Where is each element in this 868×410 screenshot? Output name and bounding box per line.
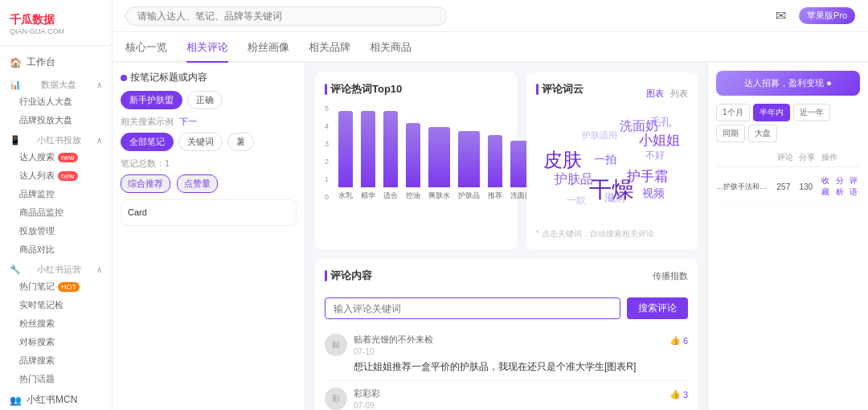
time-btn-1year[interactable]: 近一年 <box>793 104 830 121</box>
bar-label: 适合 <box>383 191 398 201</box>
word-item[interactable]: 护肤品 <box>555 173 593 186</box>
sidebar-item-kol-search[interactable]: 达人搜索 new <box>0 148 112 166</box>
keyword-filter-btn[interactable]: 关键词 <box>178 133 223 151</box>
sidebar-group-play[interactable]: 📱 小红书投放 ∧ <box>0 129 112 148</box>
next-label[interactable]: 下一 <box>179 117 197 126</box>
sidebar-group-ops[interactable]: 🔧 小红书运营 ∧ <box>0 259 112 277</box>
right-banner[interactable]: 达人招募，盈利变现 ● <box>716 71 860 96</box>
word-item[interactable]: 滋润 <box>604 192 625 203</box>
wordcloud-hint: * 点击关键词，自动搜索相关评论 <box>536 228 688 240</box>
bar-fill <box>338 111 353 187</box>
comment-user-0: 贴着光馒的不外来检 <box>354 334 433 346</box>
time-filter-row: 1个月 半年内 近一年 同期 大盘 <box>716 104 860 142</box>
word-item[interactable]: 毛孔 <box>650 117 671 127</box>
sidebar-item-competitor[interactable]: 商品对比 <box>0 240 112 259</box>
time-btn-halfyear[interactable]: 半年内 <box>753 104 790 121</box>
sidebar-item-realtime[interactable]: 实时笔记检 <box>0 296 112 314</box>
bar-item[interactable]: 推荐 <box>488 105 502 201</box>
bar-item[interactable]: 护肤品 <box>458 105 480 201</box>
action-analyze[interactable]: 分析 <box>836 175 846 198</box>
bar-item[interactable]: 控油 <box>406 105 420 201</box>
sidebar-item-industry-kol[interactable]: 行业达人大盘 <box>0 92 112 111</box>
tab-fans[interactable]: 粉丝画像 <box>248 32 289 63</box>
chart-area: 5 4 3 2 1 0 水乳精华适合控油爽肤水护肤品推荐洗面奶小睫油皮 <box>325 105 507 201</box>
vip-button[interactable]: 苹果版Pro <box>799 7 855 24</box>
filter-header: 按笔记标题或内容 <box>121 71 297 84</box>
bar-fill <box>488 135 502 187</box>
tab-core[interactable]: 核心一览 <box>125 32 167 63</box>
sidebar-item-brand-monitor[interactable]: 品牌监控 <box>0 185 112 203</box>
all-filter-btn[interactable]: 全部笔记 <box>121 133 174 151</box>
word-item[interactable]: 一款 <box>567 195 586 205</box>
toggle-chart[interactable]: 图表 <box>646 88 664 100</box>
tab-comment[interactable]: 相关评论 <box>186 32 228 63</box>
tab-goods[interactable]: 相关商品 <box>370 32 411 63</box>
word-item[interactable]: 小姐姐 <box>639 133 680 147</box>
comment-search-input[interactable] <box>325 297 620 319</box>
search-bar[interactable] <box>125 6 447 26</box>
table-row-0: …护肤手法和护肤产品1.0优质护肤品有效…全国 257 130 收藏 分析 评语 <box>716 170 860 203</box>
hot-badge: HOT <box>58 282 80 292</box>
sidebar-item-workspace[interactable]: 🏠 工作台 <box>0 51 112 74</box>
sidebar: 千瓜数据 QIAN-GUA.COM 🏠 工作台 📊 数据大盘 ∧ 行业达人大盘 … <box>0 0 113 410</box>
comment-item-0: 贴 贴着光馒的不外来检 👍 6 07-10 想让姐姐推荐一盒平价的护肤品，我现在… <box>325 327 688 381</box>
like-count-1: 3 <box>683 390 688 400</box>
tab-brand[interactable]: 相关品牌 <box>309 32 350 63</box>
sidebar-group-data[interactable]: 📊 数据大盘 ∧ <box>0 74 112 92</box>
new-badge2: new <box>58 171 78 181</box>
sidebar-item-competitor2[interactable]: 对标搜索 <box>0 333 112 351</box>
top-bar: ✉ 苹果版Pro <box>113 0 868 32</box>
bar-item[interactable]: 适合 <box>383 105 398 201</box>
sidebar-item-mcn[interactable]: 👥 小红书MCN <box>0 388 112 410</box>
bar-fill <box>383 111 398 187</box>
bell-icon[interactable]: ✉ <box>776 8 786 23</box>
bar-item[interactable]: 水乳 <box>338 105 353 201</box>
search-comment-btn[interactable]: 搜索评论 <box>627 297 688 319</box>
time-btn-market[interactable]: 大盘 <box>748 125 777 142</box>
bar-label: 水乳 <box>338 191 353 201</box>
people-icon: 👥 <box>10 395 22 406</box>
sort-btn-2[interactable]: 点赞量 <box>177 174 218 193</box>
comment-item-1: 彩 彩彩彩 👍 3 07-09 洗面奶是咸辣子的[营养R] <box>325 381 688 410</box>
sidebar-item-goods-monitor[interactable]: 商品品监控 <box>0 203 112 222</box>
bar-label: 爽肤水 <box>428 191 450 201</box>
sidebar-item-hotword[interactable]: 热门话题 <box>0 370 112 388</box>
word-item[interactable]: 一拍 <box>594 154 616 165</box>
thumb-icon-1: 👍 <box>669 389 681 400</box>
tools-icon: 🔧 <box>10 264 21 275</box>
content-area: 按笔记标题或内容 新手护肤盟 正确 相关搜索示例 下一 全部笔记 关键词 薯 笔… <box>113 63 868 410</box>
note-card[interactable]: Card <box>121 199 297 226</box>
comment-body-0: 贴着光馒的不外来检 👍 6 07-10 想让姐姐推荐一盒平价的护肤品，我现在还只… <box>354 334 688 374</box>
sort-row: 综合推荐 点赞量 <box>121 174 297 193</box>
logo-sub: QIAN-GUA.COM <box>10 27 102 35</box>
action-save[interactable]: 收藏 <box>821 175 832 198</box>
word-item[interactable]: 皮肤 <box>543 150 582 170</box>
goods-filter-btn[interactable]: 薯 <box>227 133 254 151</box>
word-item[interactable]: 不好 <box>645 150 665 160</box>
toggle-list[interactable]: 列表 <box>670 88 688 100</box>
y-axis: 5 4 3 2 1 0 <box>325 105 332 201</box>
sort-btn-1[interactable]: 综合推荐 <box>121 174 170 193</box>
sidebar-item-note-analysis[interactable]: 投放管理 <box>0 222 112 240</box>
sidebar-item-topic-search[interactable]: 品牌搜索 <box>0 351 112 370</box>
sidebar-item-kol-list[interactable]: 达人列表 new <box>0 166 112 185</box>
wordcloud-area[interactable]: 洗面奶毛孔护肤适用小姐姐皮肤一拍不好护肤品护手霜干燥一款滋润视频 <box>536 111 688 223</box>
sidebar-item-brand-hall[interactable]: 品牌投放大盘 <box>0 111 112 129</box>
sidebar-item-hot-notes[interactable]: 热门笔记 HOT <box>0 277 112 296</box>
comment-text-0: 想让姐姐推荐一盒平价的护肤品，我现在还只是个准大学生[图表R] <box>354 359 688 374</box>
search-input[interactable] <box>125 6 447 26</box>
word-item[interactable]: 护肤适用 <box>582 131 617 140</box>
word-item[interactable]: 视频 <box>642 187 665 199</box>
sidebar-item-note-search[interactable]: 粉丝搜索 <box>0 314 112 333</box>
note-excerpt: …护肤手法和护肤产品1.0优质护肤品有效…全国 <box>716 182 774 192</box>
workspace-icon: 🏠 <box>10 57 22 68</box>
like-count-0: 6 <box>683 336 688 346</box>
filter-btn-1[interactable]: 新手护肤盟 <box>121 91 182 109</box>
share-count: 130 <box>799 182 818 191</box>
bar-item[interactable]: 爽肤水 <box>428 105 450 201</box>
filter-btn-2[interactable]: 正确 <box>187 91 223 109</box>
time-btn-same[interactable]: 同期 <box>716 125 745 142</box>
action-comment[interactable]: 评语 <box>850 175 860 198</box>
bar-item[interactable]: 精华 <box>361 105 375 201</box>
time-btn-1month[interactable]: 1个月 <box>716 104 750 121</box>
